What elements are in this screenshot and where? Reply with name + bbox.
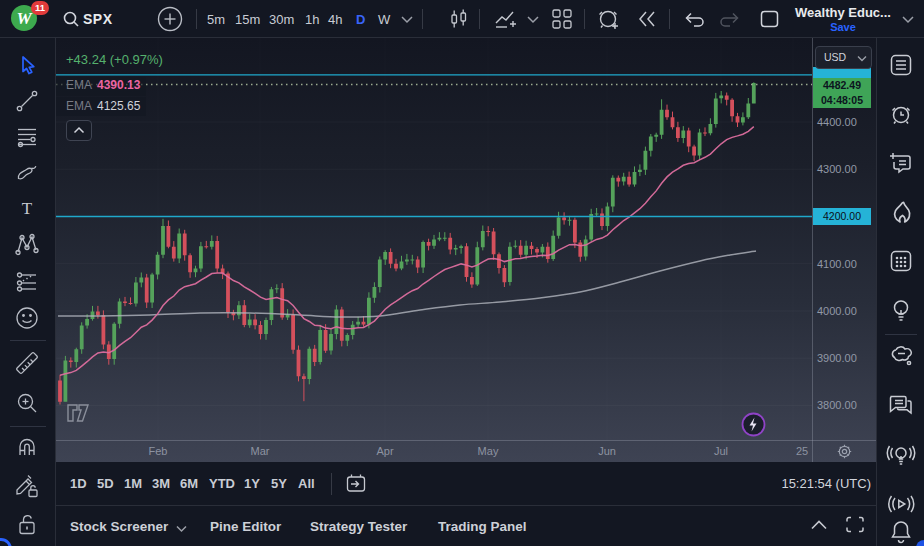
svg-text:W: W bbox=[16, 9, 33, 28]
svg-text:T: T bbox=[22, 199, 33, 218]
